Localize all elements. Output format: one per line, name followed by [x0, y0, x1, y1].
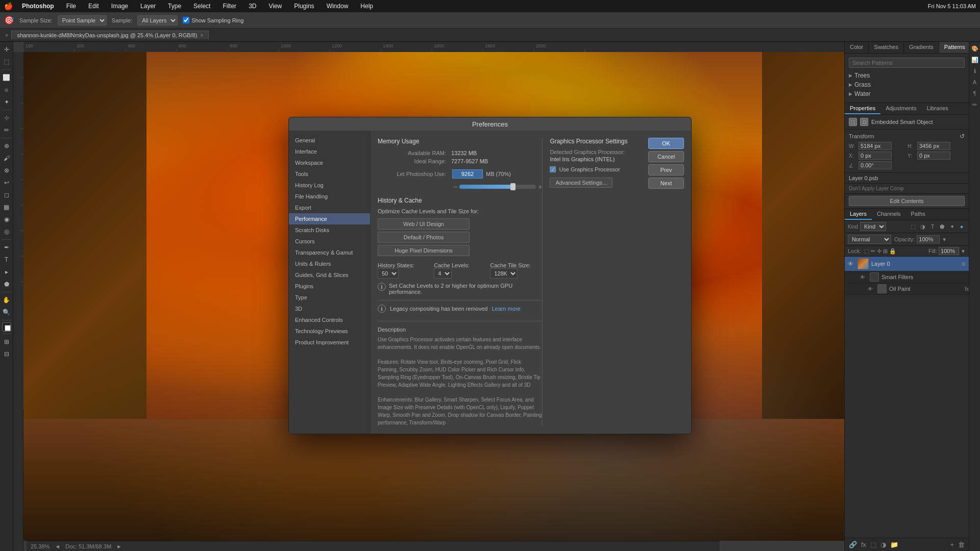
- eraser-tool[interactable]: ◻: [1, 189, 12, 201]
- filter-shape-icon[interactable]: ⬟: [938, 222, 946, 231]
- nav-guides[interactable]: Guides, Grid & Slices: [289, 269, 370, 281]
- link-layers-icon[interactable]: 🔗: [848, 540, 858, 549]
- tab-layers[interactable]: Layers: [845, 209, 872, 220]
- show-sampling-ring-checkbox[interactable]: [183, 17, 189, 23]
- menu-select[interactable]: Select: [190, 3, 213, 10]
- eyedropper-tool-icon[interactable]: 🎯: [4, 15, 14, 25]
- nav-general[interactable]: General: [289, 135, 370, 146]
- pen-tool[interactable]: ✒: [1, 242, 12, 253]
- tab-properties[interactable]: Properties: [845, 103, 880, 114]
- blur-tool[interactable]: ◉: [1, 214, 12, 225]
- sidebar-info-icon[interactable]: ℹ: [970, 66, 979, 76]
- nav-type[interactable]: Type: [289, 292, 370, 303]
- sidebar-color-icon[interactable]: 🎨: [970, 44, 979, 53]
- layer-0-options-icon[interactable]: ⚙: [961, 261, 966, 267]
- apple-icon[interactable]: 🍎: [4, 2, 13, 10]
- nav-export[interactable]: Export: [289, 202, 370, 213]
- tab-channels[interactable]: Channels: [872, 209, 905, 220]
- path-selection-tool[interactable]: ▸: [1, 266, 12, 278]
- let-use-input[interactable]: [452, 169, 483, 179]
- menu-view[interactable]: View: [265, 3, 285, 10]
- hand-tool[interactable]: ✋: [1, 294, 12, 306]
- lock-artboard-icon[interactable]: ⊞: [883, 248, 888, 255]
- nav-units[interactable]: Units & Rulers: [289, 258, 370, 269]
- filter-smart-icon[interactable]: ✦: [948, 222, 956, 231]
- tab-libraries[interactable]: Libraries: [922, 103, 953, 114]
- new-fill-icon[interactable]: ◑: [879, 540, 887, 549]
- learn-more-link[interactable]: Learn more: [492, 306, 520, 312]
- nav-workspace[interactable]: Workspace: [289, 157, 370, 168]
- cancel-button[interactable]: Cancel: [648, 151, 684, 162]
- layer-item-0[interactable]: 👁 Layer 0 ⚙: [845, 257, 969, 271]
- oil-paint-fx-icon[interactable]: fx: [965, 286, 969, 292]
- menu-layer[interactable]: Layer: [137, 3, 159, 10]
- mem-slider-track[interactable]: [459, 185, 536, 189]
- use-gpu-checkbox[interactable]: ✓: [550, 166, 556, 172]
- ok-button[interactable]: OK: [648, 138, 684, 149]
- cache-tile-select[interactable]: 128K: [490, 268, 518, 279]
- sidebar-para-icon[interactable]: ¶: [970, 89, 979, 98]
- tab-gradients[interactable]: Gradients: [904, 42, 939, 53]
- sample-select[interactable]: All Layers: [137, 15, 178, 26]
- shape-tool[interactable]: ⬟: [1, 279, 12, 290]
- tab-paths[interactable]: Paths: [906, 209, 930, 220]
- nav-enhanced[interactable]: Enhanced Controls: [289, 314, 370, 325]
- filter-text-icon[interactable]: T: [928, 222, 937, 231]
- tab-color[interactable]: Color: [845, 42, 869, 53]
- mem-slider-plus-icon[interactable]: +: [538, 183, 542, 191]
- nav-scratch-disks[interactable]: Scratch Disks: [289, 224, 370, 236]
- preset-default-photos-btn[interactable]: Default / Photos: [378, 232, 470, 243]
- edit-contents-btn[interactable]: Edit Contents: [849, 196, 965, 206]
- nav-tech-previews[interactable]: Technology Previews: [289, 325, 370, 337]
- lock-transparent-icon[interactable]: ⬚: [864, 248, 869, 255]
- nav-tools[interactable]: Tools: [289, 168, 370, 180]
- menu-photoshop[interactable]: Photoshop: [19, 3, 57, 10]
- nav-history-log[interactable]: History Log: [289, 180, 370, 191]
- nav-cursors[interactable]: Cursors: [289, 236, 370, 247]
- filter-adjust-icon[interactable]: ◑: [919, 222, 927, 231]
- next-button[interactable]: Next: [648, 178, 684, 189]
- advanced-settings-btn[interactable]: Advanced Settings...: [550, 178, 612, 188]
- text-tool[interactable]: T: [1, 254, 12, 265]
- nav-right-icon[interactable]: ►: [116, 543, 122, 549]
- gradient-tool[interactable]: ▦: [1, 202, 12, 213]
- sidebar-chars-icon[interactable]: A: [970, 78, 979, 87]
- brush-tool[interactable]: 🖌: [1, 153, 12, 164]
- transform-reset-icon[interactable]: ↺: [960, 133, 965, 140]
- dodge-tool[interactable]: ◎: [1, 226, 12, 237]
- document-tab[interactable]: shannon-kunkle-dM8lNmkyDas-unsplash.jpg …: [11, 31, 209, 39]
- new-layer-icon[interactable]: +: [949, 540, 955, 549]
- move-tool[interactable]: ✛: [1, 44, 12, 55]
- lock-all-icon[interactable]: 🔒: [889, 248, 896, 255]
- foreground-color[interactable]: [2, 322, 11, 332]
- lasso-tool[interactable]: ⌾: [1, 84, 12, 95]
- transform-w-input[interactable]: [859, 142, 892, 150]
- cache-levels-select[interactable]: 4: [434, 268, 452, 279]
- tab-patterns[interactable]: Patterns: [939, 42, 971, 53]
- lock-move-icon[interactable]: ✛: [877, 248, 881, 255]
- menu-filter[interactable]: Filter: [219, 3, 239, 10]
- menu-3d[interactable]: 3D: [246, 3, 259, 10]
- filter-kind-select[interactable]: Kind: [860, 222, 886, 231]
- pattern-group-grass[interactable]: ▶ Grass: [849, 80, 965, 89]
- layer-style-icon[interactable]: fx: [860, 540, 867, 549]
- tab-close-btn[interactable]: ×: [200, 33, 203, 38]
- pattern-group-water[interactable]: ▶ Water: [849, 89, 965, 98]
- clone-tool[interactable]: ⊗: [1, 165, 12, 176]
- filter-toggle-icon[interactable]: ●: [958, 222, 966, 231]
- layer-0-vis-icon[interactable]: 👁: [848, 261, 855, 267]
- nav-performance[interactable]: Performance: [289, 213, 370, 224]
- tab-collapse-icon[interactable]: ×: [2, 32, 11, 38]
- new-group-icon[interactable]: 📁: [889, 540, 899, 549]
- preset-web-ui-btn[interactable]: Web / UI Design: [378, 218, 470, 230]
- transform-y-input[interactable]: [917, 152, 950, 160]
- menu-plugins[interactable]: Plugins: [291, 3, 317, 10]
- blend-mode-select[interactable]: Normal: [848, 235, 891, 244]
- opacity-arrow-icon[interactable]: ▼: [942, 237, 947, 242]
- smart-filters-row[interactable]: 👁 Smart Filters: [845, 271, 969, 283]
- mem-slider-thumb[interactable]: [510, 183, 516, 190]
- healing-tool[interactable]: ⊕: [1, 140, 12, 152]
- delete-layer-icon[interactable]: 🗑: [957, 540, 966, 549]
- menu-window[interactable]: Window: [324, 3, 352, 10]
- tab-adjustments[interactable]: Adjustments: [880, 103, 922, 114]
